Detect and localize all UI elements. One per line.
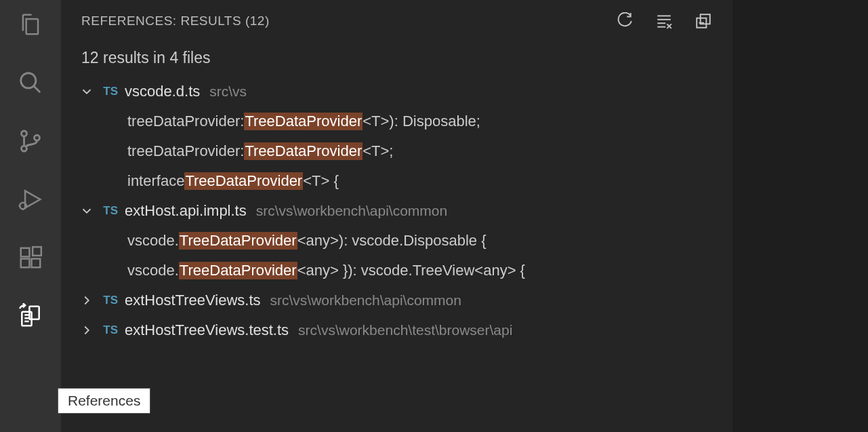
clear-button[interactable] <box>655 12 673 30</box>
result-post: <any>): vscode.Disposable { <box>297 232 487 250</box>
ts-file-icon: TS <box>99 204 122 218</box>
file-name: vscode.d.ts <box>122 83 200 100</box>
result-post: <T>; <box>363 142 393 160</box>
svg-line-1 <box>34 86 41 93</box>
file-row[interactable]: TSextHostTreeViews.test.tssrc\vs\workben… <box>75 315 732 345</box>
run-debug-icon[interactable] <box>14 183 47 216</box>
result-row[interactable]: interface TreeDataProvider<T> { <box>75 166 732 196</box>
ts-file-icon: TS <box>99 294 122 307</box>
header-actions <box>616 12 712 30</box>
file-path: src\vs\workbench\test\browser\api <box>289 322 512 338</box>
result-post: <T>): Disposable; <box>363 113 480 130</box>
chevron-down-icon[interactable] <box>75 203 99 218</box>
file-path: src\vs <box>200 83 247 100</box>
svg-point-0 <box>21 73 36 88</box>
result-pre: vscode. <box>127 232 179 250</box>
result-row[interactable]: treeDataProvider: TreeDataProvider<T>): … <box>75 106 732 136</box>
svg-rect-13 <box>33 247 41 256</box>
references-icon[interactable] <box>14 300 47 332</box>
file-path: src\vs\workbench\api\common <box>261 292 461 309</box>
result-row[interactable]: vscode.TreeDataProvider<any>): vscode.Di… <box>75 226 732 256</box>
ts-file-icon: TS <box>99 323 122 337</box>
file-name: extHost.api.impl.ts <box>122 202 247 220</box>
activity-bar: References <box>0 0 61 432</box>
result-match: TreeDataProvider <box>244 113 363 130</box>
svg-marker-5 <box>25 191 40 208</box>
result-post: <any> }): vscode.TreeView<any> { <box>297 262 525 279</box>
ts-file-icon: TS <box>99 85 122 98</box>
collapse-all-button[interactable] <box>695 12 712 30</box>
panel-header: REFERENCES: RESULTS (12) <box>61 0 732 37</box>
result-pre: vscode. <box>127 262 179 279</box>
result-row[interactable]: treeDataProvider: TreeDataProvider<T>; <box>75 136 732 166</box>
refresh-button[interactable] <box>616 12 634 30</box>
chevron-right-icon[interactable] <box>75 323 99 338</box>
search-icon[interactable] <box>14 66 47 99</box>
svg-rect-10 <box>21 248 30 257</box>
result-match: TreeDataProvider <box>244 142 363 160</box>
panel-title: REFERENCES: RESULTS (12) <box>81 14 270 28</box>
svg-point-2 <box>22 131 27 136</box>
svg-rect-12 <box>32 259 41 268</box>
result-match: TreeDataProvider <box>184 172 303 190</box>
svg-rect-11 <box>21 259 30 268</box>
source-control-icon[interactable] <box>14 125 47 157</box>
result-match: TreeDataProvider <box>179 262 297 279</box>
chevron-right-icon[interactable] <box>75 293 99 308</box>
svg-point-3 <box>22 146 27 151</box>
result-match: TreeDataProvider <box>179 232 297 250</box>
file-name: extHostTreeViews.ts <box>122 292 261 309</box>
result-post: <T> { <box>303 172 339 190</box>
chevron-down-icon[interactable] <box>75 84 99 99</box>
result-pre: interface <box>127 172 184 190</box>
file-row[interactable]: TSvscode.d.tssrc\vs <box>75 77 732 106</box>
file-row[interactable]: TSextHostTreeViews.tssrc\vs\workbench\ap… <box>75 286 732 315</box>
result-pre: treeDataProvider: <box>127 142 244 160</box>
editor-area <box>732 0 868 432</box>
svg-point-4 <box>35 135 40 140</box>
explorer-icon[interactable] <box>14 8 47 41</box>
file-path: src\vs\workbench\api\common <box>247 203 447 219</box>
results-tree: TSvscode.d.tssrc\vstreeDataProvider: Tre… <box>61 77 732 345</box>
result-row[interactable]: vscode.TreeDataProvider<any> }): vscode.… <box>75 256 732 286</box>
results-summary: 12 results in 4 files <box>61 37 732 77</box>
extensions-icon[interactable] <box>14 241 47 274</box>
tooltip: References <box>58 388 150 414</box>
file-row[interactable]: TSextHost.api.impl.tssrc\vs\workbench\ap… <box>75 196 732 226</box>
file-name: extHostTreeViews.test.ts <box>122 321 289 339</box>
result-pre: treeDataProvider: <box>127 113 244 130</box>
references-panel: REFERENCES: RESULTS (12) <box>61 0 732 432</box>
